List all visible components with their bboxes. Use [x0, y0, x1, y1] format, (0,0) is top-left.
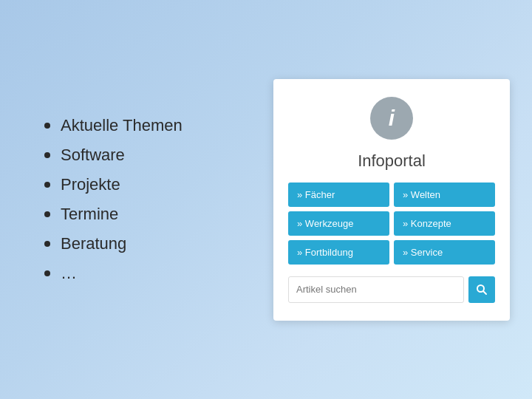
- bullet-dot: [44, 270, 50, 276]
- bullet-dot: [44, 123, 50, 129]
- svg-line-1: [483, 291, 486, 294]
- nav-button[interactable]: » Service: [394, 240, 495, 265]
- search-input[interactable]: [288, 276, 464, 303]
- search-button[interactable]: [468, 276, 495, 303]
- info-icon: i: [370, 97, 413, 140]
- list-item: Termine: [44, 205, 251, 224]
- bullet-dot: [44, 211, 50, 217]
- nav-button[interactable]: » Konzepte: [394, 211, 495, 236]
- left-panel: Aktuelle ThemenSoftwareProjekteTermineBe…: [0, 86, 273, 313]
- search-row[interactable]: [288, 276, 495, 303]
- list-item: Aktuelle Themen: [44, 116, 251, 135]
- list-item: Software: [44, 146, 251, 165]
- bullet-dot: [44, 182, 50, 188]
- list-item-label: Software: [61, 146, 125, 165]
- bullet-list: Aktuelle ThemenSoftwareProjekteTermineBe…: [44, 116, 251, 283]
- list-item-label: Beratung: [61, 234, 126, 253]
- portal-title: Infoportal: [358, 151, 426, 171]
- list-item: Beratung: [44, 234, 251, 253]
- infoportal-card: i Infoportal » Fächer» Welten» Werkzeuge…: [273, 79, 510, 321]
- list-item-label: Aktuelle Themen: [61, 116, 183, 135]
- nav-button[interactable]: » Fächer: [288, 183, 389, 207]
- bullet-dot: [44, 241, 50, 247]
- nav-button[interactable]: » Werkzeuge: [288, 211, 389, 236]
- info-icon-wrapper: i: [370, 97, 413, 140]
- list-item: Projekte: [44, 175, 251, 194]
- nav-grid: » Fächer» Welten» Werkzeuge» Konzepte» F…: [288, 183, 495, 265]
- bullet-dot: [44, 152, 50, 158]
- nav-button[interactable]: » Fortbildung: [288, 240, 389, 265]
- search-icon: [476, 284, 488, 296]
- list-item-label: Projekte: [61, 175, 120, 194]
- nav-button[interactable]: » Welten: [394, 183, 495, 207]
- list-item: …: [44, 264, 251, 283]
- list-item-label: …: [61, 264, 77, 283]
- list-item-label: Termine: [61, 205, 118, 224]
